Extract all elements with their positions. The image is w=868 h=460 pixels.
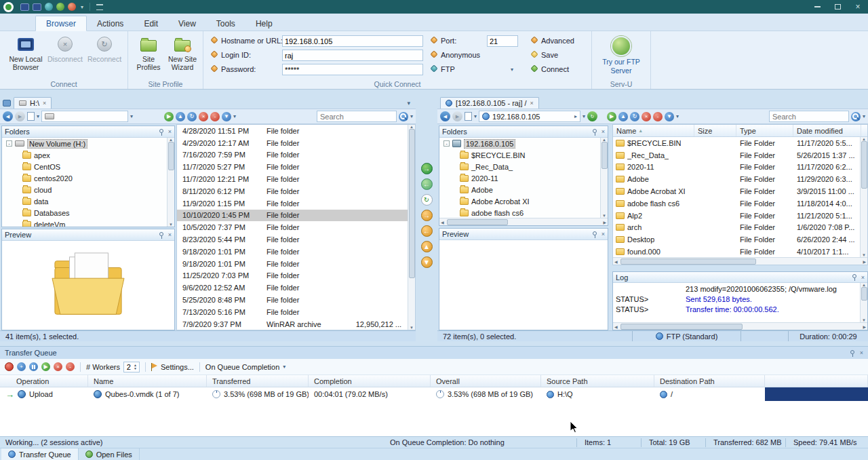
minimize-button[interactable] (807, 0, 827, 14)
column-header-completion[interactable]: Completion (309, 375, 431, 387)
scroll-thumb[interactable] (447, 219, 508, 225)
tree-scrollbar[interactable]: ▲ ▼ (600, 138, 608, 218)
file-row[interactable]: 4/28/2020 11:51 PMFile folder (177, 125, 415, 137)
scroll-right-icon[interactable]: ▶ (861, 259, 867, 264)
upload-to-server-button[interactable]: → (421, 163, 433, 174)
app-logo-icon[interactable] (3, 2, 14, 12)
expander-icon[interactable]: - (6, 140, 12, 147)
scroll-right-icon[interactable]: ▶ (861, 324, 867, 329)
tab-edit[interactable]: Edit (134, 16, 168, 31)
tree-item-root[interactable]: - New Volume (H:) (2, 138, 174, 149)
file-row[interactable]: 7/16/2020 7:59 PMFile folder (177, 149, 415, 161)
queue-upload-button[interactable]: → (421, 210, 433, 221)
tree-item[interactable]: data (2, 195, 174, 207)
column-header-source-path[interactable]: Source Path (541, 375, 654, 387)
file-row[interactable]: 11/9/2020 1:15 PMFile folder (177, 197, 415, 210)
column-header-name[interactable]: Name▲ (613, 125, 694, 136)
abort-button[interactable]: - (210, 112, 220, 121)
file-row[interactable]: Adobe Acrobat XIFile Folder3/9/2015 11:0… (613, 185, 867, 197)
stop-button[interactable]: × (199, 112, 208, 121)
start-queue-button[interactable]: ▶ (41, 362, 50, 371)
pause-queue-button[interactable] (29, 362, 38, 371)
window-icon[interactable] (33, 3, 41, 11)
queue-sync-button[interactable]: ▲ (421, 241, 433, 252)
pin-icon[interactable] (850, 350, 854, 354)
local-tab[interactable]: H:\ × (14, 97, 52, 109)
file-row-selected[interactable]: 10/10/2020 1:45 PMFile folder (177, 210, 415, 222)
close-panel-icon[interactable]: × (601, 128, 605, 135)
column-header-overall[interactable]: Overall (431, 375, 541, 387)
anonymous-toggle[interactable]: Anonymous (441, 51, 480, 59)
file-list-scrollbar[interactable]: ▲ ▼ (408, 125, 415, 330)
workers-input[interactable] (124, 363, 134, 371)
stepper-down-icon[interactable]: ▼ (134, 367, 137, 370)
remote-search-input[interactable] (769, 111, 849, 122)
log-scrollbar[interactable]: ▲ ▼ (860, 283, 867, 322)
reconnect-button[interactable]: ↻Reconnect (85, 33, 123, 63)
queue-download-button[interactable]: ← (421, 225, 433, 237)
remote-tab[interactable]: [192.168.0.105 - raj] / × (440, 97, 539, 109)
tree-hscrollbar[interactable]: ◀ ▶ (439, 218, 608, 225)
sc roll-left-icon[interactable]: ◀ (613, 259, 619, 264)
column-header-name[interactable]: Name (88, 375, 207, 387)
maximize-button[interactable] (827, 0, 848, 14)
scroll-thumb[interactable] (409, 129, 415, 278)
login-input[interactable] (282, 50, 423, 61)
file-row[interactable]: 11/25/2020 7:03 PMFile folder (177, 270, 415, 282)
transfer-button[interactable]: ▲ (618, 112, 628, 121)
new-tab-icon[interactable] (465, 112, 472, 121)
remote-address-bar[interactable]: 192.168.0.105 ▸ (479, 111, 580, 122)
pin-icon[interactable] (159, 232, 163, 236)
scroll-right-icon[interactable]: ▶ (601, 220, 608, 225)
file-row[interactable]: 8/23/2020 5:44 PMFile folder (177, 233, 415, 246)
new-site-wizard-button[interactable]: New Site Wizard (166, 33, 199, 71)
file-row[interactable]: 9/18/2020 1:01 PMFile folder (177, 246, 415, 258)
workers-stepper[interactable]: ▲▼ (123, 362, 140, 372)
file-row[interactable]: 11/7/2020 5:27 PMFile folder (177, 161, 415, 173)
file-row[interactable]: AdobeFile Folder11/29/2020 6:3... (613, 173, 867, 185)
close-panel-icon[interactable]: × (168, 231, 172, 238)
file-row[interactable]: 9/18/2020 1:01 PMFile folder (177, 258, 415, 270)
file-row[interactable]: adobe flash cs6File Folder11/18/2014 4:0… (613, 197, 867, 210)
search-icon[interactable] (399, 112, 408, 121)
tree-item[interactable]: 2020-11 (439, 172, 608, 184)
try-ftp-server-button[interactable]: Try our FTP Server (596, 33, 646, 75)
protocol-caret-icon[interactable]: ▾ (511, 66, 513, 73)
file-row[interactable]: 8/11/2020 6:12 PMFile folder (177, 185, 415, 197)
stop-queue-button[interactable]: × (54, 362, 62, 371)
tab-help[interactable]: Help (245, 16, 283, 31)
record-queue-button[interactable] (5, 362, 14, 371)
tab-tools[interactable]: Tools (206, 16, 245, 31)
window-icon[interactable] (20, 3, 29, 11)
abort-button[interactable]: - (653, 112, 663, 121)
log-hscrollbar[interactable]: ◀ ▶ (613, 322, 867, 330)
file-list-scrollbar[interactable]: ▲ ▼ (860, 137, 867, 257)
close-panel-icon[interactable]: × (601, 231, 605, 237)
file-row[interactable]: DesktopFile Folder6/26/2020 2:44 ... (613, 233, 867, 246)
scroll-thumb[interactable] (861, 287, 867, 301)
site-profiles-button[interactable]: Site Profiles (132, 33, 165, 71)
search-caret-icon[interactable]: ▾ (410, 113, 413, 119)
synchronize-button[interactable]: ↻ (421, 194, 433, 206)
close-button[interactable]: × (848, 0, 868, 14)
new-tab-icon[interactable] (27, 112, 35, 121)
folder-ops-button[interactable]: ▼ (665, 112, 674, 121)
add-to-queue-button[interactable]: + (17, 362, 26, 371)
tools-caret-icon[interactable]: ▾ (233, 113, 236, 119)
tree-item[interactable]: deleteVm (2, 218, 174, 227)
hostname-input[interactable] (282, 35, 423, 47)
scroll-left-icon[interactable]: ◀ (439, 220, 446, 225)
go-button[interactable]: ▶ (164, 112, 174, 121)
tab-browser[interactable]: Browser (35, 16, 87, 31)
scroll-left-icon[interactable]: ◀ (613, 324, 619, 329)
refresh-button[interactable]: ↻ (630, 112, 639, 121)
back-button[interactable]: ◀ (440, 111, 450, 121)
file-row[interactable]: found.000File Folder4/10/2017 1:1... (613, 246, 867, 258)
tab-view[interactable]: View (168, 16, 206, 31)
file-row[interactable]: 7/13/2020 5:16 PMFile folder (177, 306, 415, 318)
address-caret-icon[interactable]: ▾ (130, 113, 133, 119)
column-header-type[interactable]: Type (736, 125, 793, 136)
stop-button[interactable]: × (642, 112, 651, 121)
connect-icon[interactable] (56, 3, 64, 11)
pin-icon[interactable] (593, 231, 597, 235)
